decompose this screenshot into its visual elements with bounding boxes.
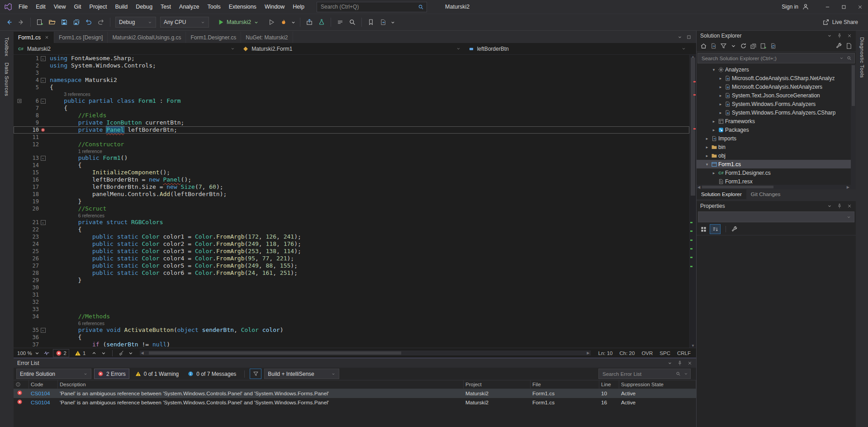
menu-item-file[interactable]: File <box>14 4 32 10</box>
menu-item-tools[interactable]: Tools <box>204 4 225 10</box>
chevron-down-icon[interactable] <box>683 371 688 376</box>
scroll-right-arrow-icon[interactable]: ▶ <box>587 351 589 355</box>
menu-item-view[interactable]: View <box>50 4 70 10</box>
code-line-text[interactable] <box>47 291 50 298</box>
sync-with-active-document-icon[interactable] <box>770 43 777 49</box>
close-icon[interactable] <box>687 360 693 366</box>
collapse-all-icon[interactable] <box>750 43 757 49</box>
warning-count-button[interactable]: 1 <box>72 350 88 357</box>
diagnostic-tools-tab[interactable]: Diagnostic Tools <box>859 37 865 78</box>
toolbox-tab[interactable]: Toolbox <box>4 37 9 56</box>
chevron-down-icon[interactable] <box>730 43 737 49</box>
tree-item-obj[interactable]: ▸obj <box>697 151 856 160</box>
new-project-button[interactable] <box>34 17 45 28</box>
scroll-down-arrow-icon[interactable]: ▼ <box>690 344 696 348</box>
document-health-icon[interactable] <box>43 350 50 356</box>
column-project[interactable]: Project <box>464 380 531 389</box>
tab-close-icon[interactable] <box>44 35 49 40</box>
tab-form1-cs-design-[interactable]: Form1.cs [Design] <box>54 32 108 43</box>
publish-button[interactable] <box>304 17 315 28</box>
tree-item-frameworks[interactable]: ▸Frameworks <box>697 117 856 125</box>
tree-item-system-windows-forms-analyzers[interactable]: ▸System.Windows.Forms.Analyzers <box>697 100 856 108</box>
column-code[interactable]: Code <box>29 380 58 389</box>
tree-vertical-scrollbar[interactable] <box>851 64 856 185</box>
search-icon[interactable] <box>418 4 424 10</box>
open-file-button[interactable] <box>47 17 57 28</box>
code-line-text[interactable] <box>47 134 50 141</box>
bookmark-button[interactable] <box>365 17 376 28</box>
live-share-button[interactable]: Live Share <box>822 19 858 26</box>
code-line-text[interactable]: } <box>47 277 81 284</box>
code-line-text[interactable]: { <box>47 226 81 233</box>
scroll-left-arrow-icon[interactable]: ◀ <box>697 185 700 189</box>
codelens-references[interactable]: 6 references <box>47 320 104 326</box>
tree-collapsed-arrow-icon[interactable]: ▸ <box>704 136 710 141</box>
save-button[interactable] <box>59 17 70 28</box>
editor-vertical-scrollbar[interactable]: ▲ ▼ <box>689 55 696 348</box>
code-line-text[interactable]: public Form1() <box>47 154 128 162</box>
error-row[interactable]: CS0104'Panel' is an ambiguous reference … <box>14 398 696 407</box>
codelens-references[interactable]: 3 references <box>47 91 90 97</box>
column-line[interactable]: Line <box>599 380 619 389</box>
code-line-text[interactable]: private Panel leftBorderBtn; <box>47 126 177 134</box>
scroll-left-arrow-icon[interactable]: ◀ <box>141 351 143 355</box>
code-line-text[interactable] <box>47 284 50 291</box>
tab-maturski2-globalusings-g-cs[interactable]: Maturski2.GlobalUsings.g.cs <box>108 32 186 43</box>
code-line-text[interactable]: } <box>47 198 81 205</box>
code-line-text[interactable]: public static Color color4 = Color.FromA… <box>47 255 294 262</box>
switch-views-icon[interactable] <box>710 43 717 49</box>
tree-item-microsoft-codeanalysis-netanalyzers[interactable]: ▸Microsoft.CodeAnalysis.NetAnalyzers <box>697 82 856 91</box>
code-line-text[interactable] <box>47 298 50 306</box>
code-line-text[interactable]: leftBorderBtn = new Panel(); <box>47 176 191 183</box>
tree-expanded-arrow-icon[interactable]: ▾ <box>711 67 717 72</box>
status-overwrite-mode[interactable]: OVR <box>640 350 655 356</box>
errors-filter-button[interactable]: 2 Errors <box>94 369 129 379</box>
tree-horizontal-scrollbar[interactable]: ◀ ▶ <box>697 185 856 189</box>
previous-issue-icon[interactable] <box>91 350 97 356</box>
save-all-button[interactable] <box>71 17 82 28</box>
fold-marker[interactable]: - <box>39 326 47 334</box>
pin-icon[interactable] <box>837 203 842 209</box>
quick-search-input[interactable] <box>320 3 415 10</box>
tree-item-imports[interactable]: ▸Imports <box>697 134 856 143</box>
minimize-button[interactable] <box>819 0 835 14</box>
tab-git-changes[interactable]: Git Changes <box>746 189 785 199</box>
code-line-text[interactable]: public static Color color5 = Color.FromA… <box>47 262 298 269</box>
menu-item-project[interactable]: Project <box>85 4 111 10</box>
tree-collapsed-arrow-icon[interactable]: ▸ <box>704 145 710 149</box>
menu-item-analyze[interactable]: Analyze <box>175 4 203 10</box>
error-row[interactable]: CS0104'Panel' is an ambiguous reference … <box>14 389 696 398</box>
solution-explorer-search[interactable] <box>697 53 855 63</box>
scrollbar-thumb[interactable] <box>149 351 401 355</box>
quick-search[interactable] <box>317 2 427 12</box>
property-pages-icon[interactable] <box>731 226 738 233</box>
code-line-text[interactable]: //Methods <box>47 313 110 320</box>
fold-marker[interactable]: - <box>39 55 47 62</box>
categorized-icon[interactable] <box>700 226 707 233</box>
data-sources-tab[interactable]: Data Sources <box>4 62 9 96</box>
editor-horizontal-scrollbar[interactable]: ◀ ▶ <box>140 350 590 355</box>
window-menu-icon[interactable] <box>827 203 832 209</box>
code-line-text[interactable]: { <box>47 162 81 169</box>
start-debugging-button[interactable]: Maturski2 <box>213 17 263 28</box>
code-line-text[interactable]: //Constructor <box>47 141 124 148</box>
code-line-text[interactable]: //Scruct <box>47 205 106 212</box>
chevron-down-icon[interactable] <box>839 56 844 61</box>
column-suppression-state[interactable]: Suppression State <box>619 380 696 389</box>
tab-nuget-maturski2[interactable]: NuGet: Maturski2 <box>241 32 293 43</box>
code-line-text[interactable]: using System.Windows.Controls; <box>47 62 156 69</box>
chevron-down-icon[interactable] <box>128 350 134 356</box>
scope-select[interactable]: Entire Solution <box>16 369 91 379</box>
menu-item-debug[interactable]: Debug <box>132 4 157 10</box>
tree-item-form1-cs[interactable]: ▾Form1.cs <box>697 160 856 168</box>
code-line-text[interactable]: using FontAwesome.Sharp; <box>47 55 135 62</box>
tree-item-microsoft-codeanalysis-csharp-netanalyz[interactable]: ▸Microsoft.CodeAnalysis.CSharp.NetAnalyz <box>697 74 856 82</box>
tree-item-form1-resx[interactable]: Form1.resx <box>697 177 856 185</box>
tree-item-form1-designer-cs[interactable]: ▸C#Form1.Designer.cs <box>697 168 856 177</box>
code-area[interactable]: 1-using FontAwesome.Sharp;2using System.… <box>14 55 689 348</box>
tree-collapsed-arrow-icon[interactable]: ▸ <box>717 93 724 98</box>
window-menu-icon[interactable] <box>827 33 832 38</box>
navigate-back-button[interactable] <box>4 17 14 28</box>
close-icon[interactable] <box>847 203 852 209</box>
tree-item-system-text-json-sourcegeneration[interactable]: ▸System.Text.Json.SourceGeneration <box>697 91 856 100</box>
